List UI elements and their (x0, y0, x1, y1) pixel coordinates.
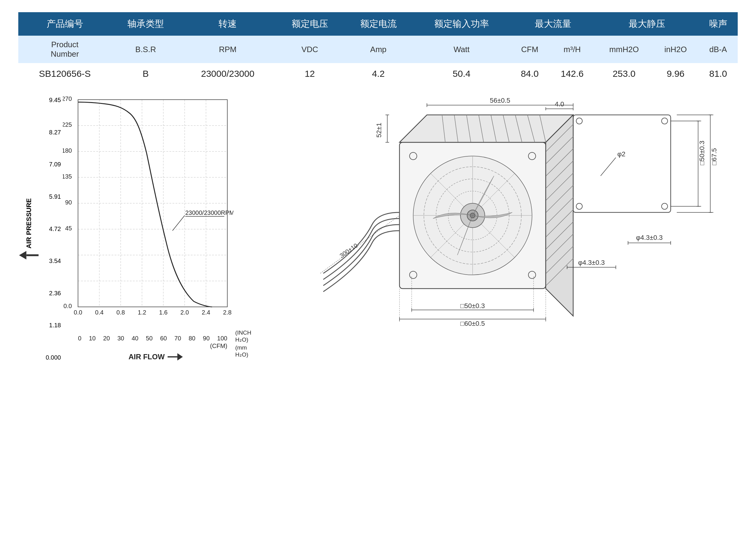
cell-product-number: SB120656-S (18, 63, 112, 84)
col-inh2o-en: inH2O (653, 36, 699, 63)
svg-text:□67.5: □67.5 (710, 148, 718, 165)
product-drawing: 4.0 56±0.5 52±1 300±10 φ2 □67.5 (293, 96, 719, 371)
svg-line-93 (320, 215, 399, 273)
col-current-zh: 额定电流 (344, 12, 413, 36)
cell-cfm: 84.0 (510, 63, 549, 84)
col-bearing-zh: 轴承类型 (112, 12, 180, 36)
svg-text:180: 180 (63, 147, 72, 154)
svg-text:φ4.3±0.3: φ4.3±0.3 (578, 259, 605, 266)
svg-text:φ2: φ2 (617, 150, 626, 158)
svg-text:2.4: 2.4 (202, 309, 210, 316)
air-pressure-label: AIR PRESSURE (19, 198, 39, 259)
svg-text:□60±0.5: □60±0.5 (460, 320, 484, 327)
drawing-area: 4.0 56±0.5 52±1 300±10 φ2 □67.5 (274, 96, 738, 371)
col-voltage-en: VDC (276, 36, 344, 63)
spec-table-wrapper: 产品编号 轴承类型 转速 额定电压 额定电流 额定输入功率 最大流量 最大静压 … (18, 12, 738, 84)
svg-text:45: 45 (65, 225, 72, 232)
svg-text:□50±0.3: □50±0.3 (460, 302, 484, 309)
cell-inh2o: 9.96 (653, 63, 699, 84)
svg-rect-37 (573, 115, 671, 212)
svg-text:4.0: 4.0 (554, 100, 564, 108)
y-axis-inch-labels: 9.45 8.27 7.09 5.91 4.72 3.54 2.36 1.18 … (40, 96, 61, 361)
spec-table: 产品编号 轴承类型 转速 额定电压 额定电流 额定输入功率 最大流量 最大静压 … (18, 12, 738, 84)
arrow-right-icon (168, 353, 183, 361)
col-cfm-en: CFM (510, 36, 549, 63)
svg-text:0.8: 0.8 (117, 309, 125, 316)
svg-point-41 (662, 203, 668, 209)
cell-dba: 81.0 (698, 63, 738, 84)
table-header-en: Product Number B.S.R RPM VDC Amp Watt CF… (18, 36, 738, 63)
svg-point-38 (576, 118, 582, 124)
svg-point-39 (662, 118, 668, 124)
cfm-label: (CFM) (210, 342, 227, 350)
col-dba-en: dB-A (698, 36, 738, 63)
col-noise-zh: 噪声 (698, 12, 738, 36)
svg-text:90: 90 (65, 199, 72, 206)
svg-text:2.8: 2.8 (223, 309, 231, 316)
svg-text:225: 225 (63, 121, 72, 128)
col-rpm-en: RPM (180, 36, 276, 63)
x-axis-labels: 0 10 20 30 40 50 60 70 80 90 100 (CFM) (78, 335, 233, 361)
air-flow-label: AIR FLOW (78, 353, 233, 361)
cell-m3h: 142.6 (549, 63, 595, 84)
col-mmh2o-en: mmH2O (595, 36, 653, 63)
cell-current: 4.2 (344, 63, 413, 84)
bottom-section: AIR PRESSURE 9.45 8.27 7.09 5.91 4.72 3.… (18, 96, 738, 371)
col-m3h-en: m³/H (549, 36, 595, 63)
svg-text:2.0: 2.0 (180, 309, 189, 316)
svg-text:φ4.3±0.3: φ4.3±0.3 (636, 234, 663, 241)
performance-chart: 23000/23000RPM 270 225 180 135 90 45 0.0… (63, 96, 233, 334)
svg-marker-43 (399, 115, 573, 142)
col-current-en: Amp (344, 36, 413, 63)
y-axis-unit-labels: (INCH H₂O) (mm H₂O) (235, 96, 259, 361)
cell-voltage: 12 (276, 63, 344, 84)
svg-line-95 (601, 158, 616, 176)
cell-bearing: B (112, 63, 180, 84)
svg-text:270: 270 (63, 96, 72, 102)
cell-mmh2o: 253.0 (595, 63, 653, 84)
svg-text:0.0: 0.0 (74, 309, 82, 316)
col-power-zh: 额定输入功率 (413, 12, 510, 36)
col-power-en: Watt (413, 36, 510, 63)
col-voltage-zh: 额定电压 (276, 12, 344, 36)
svg-text:1.2: 1.2 (138, 309, 146, 316)
cell-power: 50.4 (413, 63, 510, 84)
svg-text:□50±0.3: □50±0.3 (698, 141, 706, 165)
svg-text:135: 135 (63, 173, 72, 180)
table-header-zh: 产品编号 轴承类型 转速 额定电压 额定电流 额定输入功率 最大流量 最大静压 … (18, 12, 738, 36)
svg-text:300±10: 300±10 (338, 242, 359, 259)
svg-text:0.4: 0.4 (95, 309, 104, 316)
col-rpm-zh: 转速 (180, 12, 276, 36)
svg-text:23000/23000RPM: 23000/23000RPM (185, 209, 233, 216)
svg-text:0.0: 0.0 (63, 303, 72, 309)
chart-area: AIR PRESSURE 9.45 8.27 7.09 5.91 4.72 3.… (18, 96, 268, 371)
svg-text:1.6: 1.6 (159, 309, 168, 316)
svg-text:52±1: 52±1 (375, 123, 383, 138)
cell-rpm: 23000/23000 (180, 63, 276, 84)
svg-text:56±0.5: 56±0.5 (490, 96, 510, 104)
col-flow-zh: 最大流量 (510, 12, 595, 36)
col-pressure-zh: 最大静压 (595, 12, 698, 36)
col-product-number-zh: 产品编号 (18, 12, 112, 36)
col-product-number-en: Product Number (18, 36, 112, 63)
svg-point-40 (576, 203, 582, 209)
table-row: SB120656-S B 23000/23000 12 4.2 50.4 84.… (18, 63, 738, 84)
svg-marker-44 (546, 115, 573, 316)
col-bearing-en: B.S.R (112, 36, 180, 63)
